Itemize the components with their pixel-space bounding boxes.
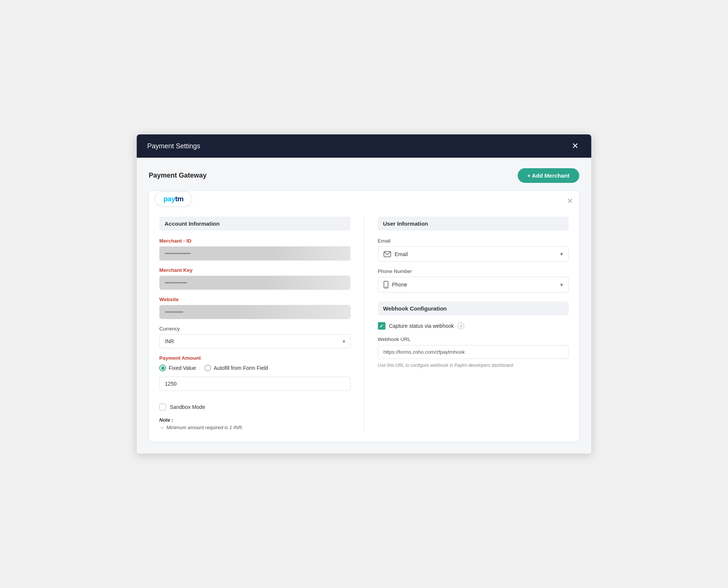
email-dropdown-label-wrap: Email <box>384 251 408 257</box>
merchant-id-label: Merchant - ID <box>159 238 350 244</box>
note-title: Note : <box>159 417 173 423</box>
add-merchant-button[interactable]: + Add Merchant <box>518 168 579 183</box>
merchant-id-field: Merchant - ID <box>159 238 350 261</box>
website-input[interactable] <box>159 305 350 319</box>
amount-value-input[interactable] <box>159 377 350 391</box>
svg-point-2 <box>385 286 386 287</box>
capture-status-row: Capture status via webhook i <box>378 322 569 330</box>
note-arrow-icon: → <box>159 425 164 430</box>
autofill-label: Autofill from Form Field <box>214 365 268 371</box>
user-info-section-header: User Information <box>378 217 569 231</box>
webhook-hint: Use this URL to configure webhook in Pay… <box>378 363 514 368</box>
card-close-icon: ✕ <box>567 197 573 205</box>
currency-field: Currency INR USD EUR ▾ <box>159 326 350 348</box>
right-column: User Information Email Email <box>364 217 569 430</box>
card-content: Account Information Merchant - ID Mercha… <box>149 206 579 442</box>
webhook-url-label: Webhook URL <box>378 336 569 342</box>
phone-dropdown-chevron-icon: ▾ <box>560 281 563 288</box>
sandbox-checkbox[interactable] <box>159 404 166 410</box>
phone-dropdown-text: Phone <box>392 282 407 288</box>
phone-icon <box>384 281 388 288</box>
modal-close-button[interactable]: ✕ <box>569 141 581 151</box>
gateway-title: Payment Gateway <box>149 172 207 179</box>
card-close-button[interactable]: ✕ <box>567 196 573 205</box>
currency-select-wrapper: INR USD EUR ▾ <box>159 334 350 348</box>
currency-label: Currency <box>159 326 350 332</box>
note-content: Minimum amount required is 1 INR. <box>166 425 243 430</box>
webhook-section: Webhook Configuration Capture status via… <box>378 302 569 368</box>
currency-select[interactable]: INR USD EUR <box>159 334 350 348</box>
merchant-key-field: Merchant Key <box>159 267 350 290</box>
note-section: Note : → Minimum amount required is 1 IN… <box>159 417 350 430</box>
merchant-id-input[interactable] <box>159 246 350 261</box>
merchant-key-label: Merchant Key <box>159 267 350 273</box>
website-field: Website <box>159 297 350 319</box>
autofill-option[interactable]: Autofill from Form Field <box>204 365 268 371</box>
capture-status-label: Capture status via webhook <box>389 323 454 329</box>
webhook-url-input[interactable] <box>378 345 569 359</box>
payment-amount-field: Payment Amount Fixed Value Autofill from… <box>159 355 350 397</box>
email-dropdown-chevron-icon: ▾ <box>560 250 563 258</box>
capture-status-info-icon[interactable]: i <box>458 323 464 329</box>
website-label: Website <box>159 297 350 302</box>
phone-field: Phone Number Phone ▾ <box>378 268 569 292</box>
payment-amount-label: Payment Amount <box>159 355 350 361</box>
note-text: → Minimum amount required is 1 INR. <box>159 425 350 430</box>
modal-body: Payment Gateway + Add Merchant paytm ✕ <box>137 158 591 454</box>
merchant-key-input[interactable] <box>159 276 350 290</box>
email-label: Email <box>378 238 569 244</box>
payment-amount-radio-group: Fixed Value Autofill from Form Field <box>159 365 350 371</box>
phone-dropdown-label-wrap: Phone <box>384 281 407 288</box>
paytm-tab[interactable]: paytm <box>155 191 192 207</box>
fixed-value-radio[interactable] <box>159 365 166 371</box>
modal-wrapper: Payment Settings ✕ Payment Gateway + Add… <box>137 134 591 454</box>
phone-label: Phone Number <box>378 268 569 274</box>
sandbox-label: Sandbox Mode <box>170 404 205 410</box>
left-column: Account Information Merchant - ID Mercha… <box>159 217 364 430</box>
modal-header: Payment Settings ✕ <box>137 134 591 158</box>
capture-status-checkbox[interactable] <box>378 322 385 330</box>
email-dropdown[interactable]: Email ▾ <box>378 246 569 262</box>
autofill-radio[interactable] <box>204 365 211 371</box>
email-field: Email Email ▾ <box>378 238 569 262</box>
fixed-value-label: Fixed Value <box>169 365 196 371</box>
webhook-section-header: Webhook Configuration <box>378 302 569 315</box>
payment-card: paytm ✕ Account Information Merchant - I… <box>149 191 579 442</box>
phone-dropdown[interactable]: Phone ▾ <box>378 277 569 292</box>
email-dropdown-text: Email <box>395 251 408 257</box>
fixed-value-option[interactable]: Fixed Value <box>159 365 196 371</box>
paytm-logo: paytm <box>163 194 183 203</box>
email-icon <box>384 251 391 257</box>
gateway-header: Payment Gateway + Add Merchant <box>149 168 579 183</box>
sandbox-mode-row: Sandbox Mode <box>159 404 350 410</box>
modal-title: Payment Settings <box>147 142 200 150</box>
account-info-section-header: Account Information <box>159 217 350 231</box>
